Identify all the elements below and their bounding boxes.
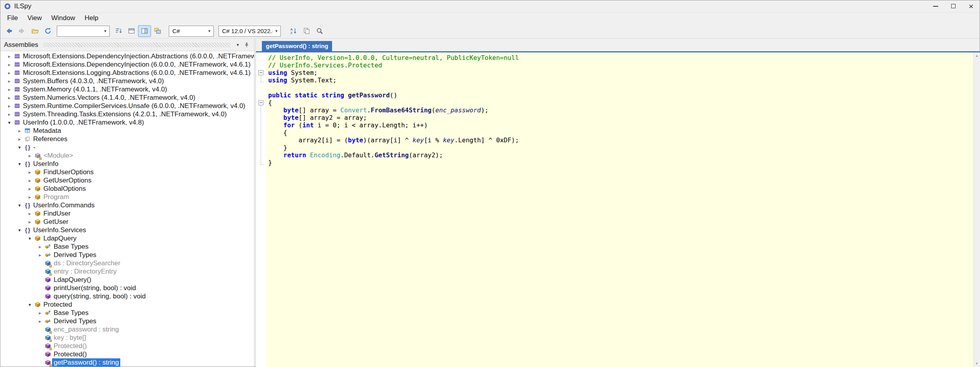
close-button[interactable]: × <box>962 0 980 12</box>
minimize-icon <box>933 6 938 7</box>
expander-collapsed-icon[interactable]: ▸ <box>6 78 13 84</box>
expander-collapsed-icon[interactable]: ▸ <box>6 103 13 109</box>
expander-collapsed-icon[interactable]: ▸ <box>36 310 44 316</box>
scroll-up-icon[interactable]: ▲ <box>974 52 980 59</box>
language-combobox[interactable]: C#▼ <box>169 26 214 37</box>
menu-item-help[interactable]: Help <box>80 13 103 24</box>
maximize-icon <box>951 4 956 8</box>
back-button[interactable] <box>2 25 15 37</box>
tree-item-userinfo[interactable]: ▾{ }UserInfo <box>0 160 254 168</box>
tree-item-entry-directoryentry[interactable]: entry : DirectoryEntry <box>0 267 254 276</box>
expander-expanded-icon[interactable]: ▾ <box>16 145 23 150</box>
expander-collapsed-icon[interactable]: ▸ <box>16 128 23 134</box>
tree-item-getuseroptions[interactable]: ▸GetUserOptions <box>0 176 254 184</box>
tree-item-derived-types[interactable]: ▸Derived Types <box>0 251 254 259</box>
expander-collapsed-icon[interactable]: ▸ <box>36 244 44 250</box>
expander-expanded-icon[interactable]: ▾ <box>26 302 34 307</box>
expander-collapsed-icon[interactable]: ▸ <box>16 136 23 142</box>
assembly-list-combobox[interactable]: ▼ <box>57 26 110 37</box>
tree-item-system-buffers-4-0-3-0-netframewor[interactable]: ▸System.Buffers (4.0.3.0, .NETFramework,… <box>0 77 254 85</box>
panel-pin-button[interactable] <box>242 41 251 49</box>
open-file-button[interactable] <box>28 25 41 37</box>
expander-expanded-icon[interactable]: ▾ <box>26 236 34 241</box>
derivedtypes-icon <box>44 251 52 258</box>
language-version-combobox[interactable]: C# 12.0 / VS 2022.8▼ <box>218 26 281 37</box>
tree-item-globaloptions[interactable]: ▸GlobalOptions <box>0 184 254 193</box>
tree-item-finduseroptions[interactable]: ▸FindUserOptions <box>0 168 254 176</box>
tree-item-finduser[interactable]: ▸FindUser <box>0 209 254 218</box>
tree-item-system-threading-tasks-extensions-[interactable]: ▸System.Threading.Tasks.Extensions (4.2.… <box>0 110 254 118</box>
tree-item-ldapquery[interactable]: ▾LdapQuery <box>0 234 254 242</box>
panel-menu-button[interactable]: ▼ <box>233 41 242 49</box>
maximize-button[interactable] <box>945 0 962 12</box>
tree-item-protected[interactable]: Protected() <box>0 342 254 350</box>
tree-item-system-memory-4-0-1-1-netframework[interactable]: ▸System.Memory (4.0.1.1, .NETFramework, … <box>0 85 254 93</box>
dock-pane-button[interactable] <box>125 25 138 37</box>
tree-item-references[interactable]: ▸References <box>0 135 254 143</box>
sort-assembly-list-button[interactable] <box>112 25 125 37</box>
expander-collapsed-icon[interactable]: ▸ <box>6 95 13 101</box>
tree-item-enc-password-string[interactable]: enc_password : string <box>0 325 254 333</box>
expander-collapsed-icon[interactable]: ▸ <box>26 170 34 175</box>
tree-item-base-types[interactable]: ▸Base Types <box>0 309 254 317</box>
vertical-scrollbar[interactable]: ▲ ▼ <box>973 52 980 367</box>
clone-tab-button[interactable] <box>300 25 313 37</box>
tree-item-metadata[interactable]: ▸Metadata <box>0 127 254 135</box>
search-button[interactable] <box>313 25 326 37</box>
tree-item-key-byte[interactable]: key : byte[] <box>0 333 254 342</box>
tree-item-base-types[interactable]: ▸Base Types <box>0 242 254 251</box>
expander-collapsed-icon[interactable]: ▸ <box>6 54 13 59</box>
tree-item-program[interactable]: ▸Program <box>0 193 254 201</box>
expander-collapsed-icon[interactable]: ▸ <box>26 211 34 216</box>
expander-collapsed-icon[interactable]: ▸ <box>6 87 13 92</box>
expander-collapsed-icon[interactable]: ▸ <box>26 153 34 158</box>
tree-item-userinfo-services[interactable]: ▾{ }UserInfo.Services <box>0 226 254 234</box>
tree-item-microsoft-extensions-logging-abstr[interactable]: ▸Microsoft.Extensions.Logging.Abstractio… <box>0 69 254 77</box>
expander-collapsed-icon[interactable]: ▸ <box>6 62 13 67</box>
menu-item-file[interactable]: File <box>2 13 22 24</box>
tree-item-query-string-string-bool-void[interactable]: query(string, string, bool) : void <box>0 292 254 300</box>
tree-item-microsoft-extensions-dependencyinj[interactable]: ▸Microsoft.Extensions.DependencyInjectio… <box>0 52 254 60</box>
sort-members-button[interactable]: AZ <box>287 25 300 37</box>
minimize-button[interactable] <box>927 0 945 12</box>
manage-assembly-lists-button[interactable] <box>151 25 164 37</box>
expander-collapsed-icon[interactable]: ▸ <box>26 178 34 183</box>
refresh-button[interactable] <box>41 25 54 37</box>
expander-collapsed-icon[interactable]: ▸ <box>26 194 34 200</box>
expander-expanded-icon[interactable]: ▾ <box>6 120 13 125</box>
expander-collapsed-icon[interactable]: ▸ <box>36 319 44 324</box>
expander-collapsed-icon[interactable]: ▸ <box>6 112 13 117</box>
expander-collapsed-icon[interactable]: ▸ <box>36 252 44 258</box>
tree-item-getpassword-string[interactable]: getPassword() : string <box>0 358 254 367</box>
tree-item-node[interactable]: ▾{ }- <box>0 143 254 151</box>
expander-expanded-icon[interactable]: ▾ <box>16 203 23 208</box>
split-pane-button[interactable] <box>138 25 151 37</box>
tree-item-printuser-string-bool-void[interactable]: printUser(string, bool) : void <box>0 284 254 292</box>
menu-item-window[interactable]: Window <box>47 13 80 24</box>
tree-item-system-numerics-vectors-4-1-4-0-ne[interactable]: ▸System.Numerics.Vectors (4.1.4.0, .NETF… <box>0 93 254 102</box>
tree-item-protected[interactable]: Protected() <box>0 350 254 358</box>
tree-item-module[interactable]: ▸<Module> <box>0 151 254 160</box>
fold-collapse-icon[interactable] <box>258 70 263 75</box>
expander-expanded-icon[interactable]: ▾ <box>16 161 23 167</box>
scroll-down-icon[interactable]: ▼ <box>974 360 980 367</box>
tree-item-ldapquery[interactable]: LdapQuery() <box>0 276 254 284</box>
expander-collapsed-icon[interactable]: ▸ <box>26 186 34 192</box>
tree-item-protected[interactable]: ▾Protected <box>0 300 254 309</box>
code-lines: // UserInfo, Version=1.0.0.0, Culture=ne… <box>267 52 980 166</box>
forward-button[interactable] <box>15 25 28 37</box>
tree-item-ds-directorysearcher[interactable]: ds : DirectorySearcher <box>0 259 254 267</box>
tree-item-getuser[interactable]: ▸GetUser <box>0 218 254 226</box>
tree-item-userinfo-commands[interactable]: ▾{ }UserInfo.Commands <box>0 201 254 209</box>
tree-item-microsoft-extensions-dependencyinj[interactable]: ▸Microsoft.Extensions.DependencyInjectio… <box>0 60 254 69</box>
tab-getpassword[interactable]: getPassword() : string <box>262 41 332 51</box>
tree-item-userinfo-1-0-0-0-netframework-v4-8[interactable]: ▾UserInfo (1.0.0.0, .NETFramework, v4.8) <box>0 118 254 127</box>
tree-item-system-runtime-compilerservices-un[interactable]: ▸System.Runtime.CompilerServices.Unsafe … <box>0 102 254 110</box>
code-view[interactable]: // UserInfo, Version=1.0.0.0, Culture=ne… <box>256 52 980 367</box>
expander-collapsed-icon[interactable]: ▸ <box>26 219 34 225</box>
expander-expanded-icon[interactable]: ▾ <box>16 227 23 233</box>
expander-collapsed-icon[interactable]: ▸ <box>6 70 13 76</box>
menu-item-view[interactable]: View <box>22 13 47 24</box>
tree-item-derived-types[interactable]: ▸Derived Types <box>0 317 254 325</box>
fold-collapse-icon[interactable] <box>258 100 263 105</box>
